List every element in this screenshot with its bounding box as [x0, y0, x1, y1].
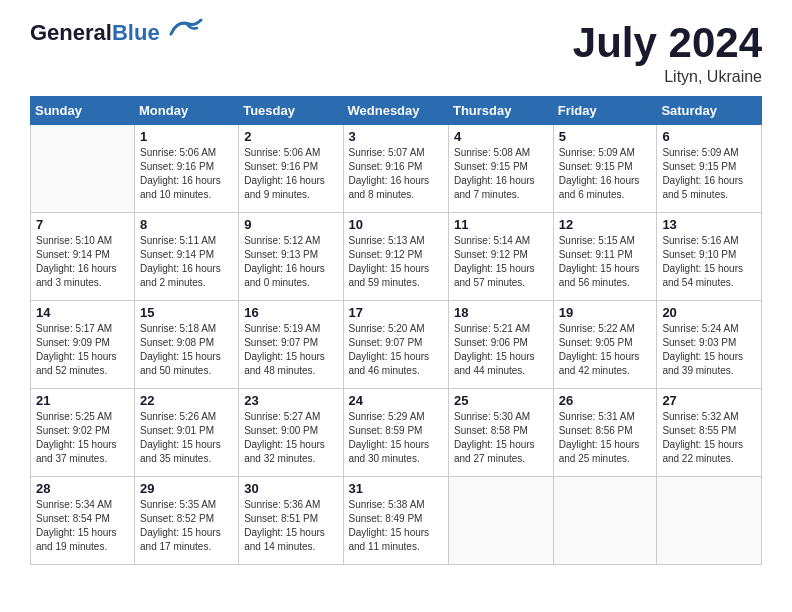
table-row	[31, 125, 135, 213]
day-number: 13	[662, 217, 756, 232]
table-row: 24Sunrise: 5:29 AMSunset: 8:59 PMDayligh…	[343, 389, 448, 477]
day-info: Sunrise: 5:08 AMSunset: 9:15 PMDaylight:…	[454, 146, 548, 202]
table-row: 17Sunrise: 5:20 AMSunset: 9:07 PMDayligh…	[343, 301, 448, 389]
day-info: Sunrise: 5:36 AMSunset: 8:51 PMDaylight:…	[244, 498, 337, 554]
day-info: Sunrise: 5:27 AMSunset: 9:00 PMDaylight:…	[244, 410, 337, 466]
table-row: 10Sunrise: 5:13 AMSunset: 9:12 PMDayligh…	[343, 213, 448, 301]
day-number: 22	[140, 393, 233, 408]
day-number: 20	[662, 305, 756, 320]
table-row: 4Sunrise: 5:08 AMSunset: 9:15 PMDaylight…	[448, 125, 553, 213]
table-row: 12Sunrise: 5:15 AMSunset: 9:11 PMDayligh…	[553, 213, 657, 301]
col-monday: Monday	[135, 97, 239, 125]
day-info: Sunrise: 5:32 AMSunset: 8:55 PMDaylight:…	[662, 410, 756, 466]
day-number: 14	[36, 305, 129, 320]
day-info: Sunrise: 5:07 AMSunset: 9:16 PMDaylight:…	[349, 146, 443, 202]
day-info: Sunrise: 5:09 AMSunset: 9:15 PMDaylight:…	[662, 146, 756, 202]
table-row: 25Sunrise: 5:30 AMSunset: 8:58 PMDayligh…	[448, 389, 553, 477]
day-info: Sunrise: 5:29 AMSunset: 8:59 PMDaylight:…	[349, 410, 443, 466]
calendar-week-row: 1Sunrise: 5:06 AMSunset: 9:16 PMDaylight…	[31, 125, 762, 213]
col-wednesday: Wednesday	[343, 97, 448, 125]
day-number: 26	[559, 393, 652, 408]
logo-text: GeneralBlue	[30, 22, 160, 44]
day-info: Sunrise: 5:31 AMSunset: 8:56 PMDaylight:…	[559, 410, 652, 466]
day-number: 1	[140, 129, 233, 144]
day-info: Sunrise: 5:24 AMSunset: 9:03 PMDaylight:…	[662, 322, 756, 378]
day-info: Sunrise: 5:17 AMSunset: 9:09 PMDaylight:…	[36, 322, 129, 378]
table-row: 20Sunrise: 5:24 AMSunset: 9:03 PMDayligh…	[657, 301, 762, 389]
day-info: Sunrise: 5:11 AMSunset: 9:14 PMDaylight:…	[140, 234, 233, 290]
day-info: Sunrise: 5:06 AMSunset: 9:16 PMDaylight:…	[244, 146, 337, 202]
day-number: 15	[140, 305, 233, 320]
day-info: Sunrise: 5:20 AMSunset: 9:07 PMDaylight:…	[349, 322, 443, 378]
day-number: 7	[36, 217, 129, 232]
location: Lityn, Ukraine	[573, 68, 762, 86]
table-row: 18Sunrise: 5:21 AMSunset: 9:06 PMDayligh…	[448, 301, 553, 389]
day-number: 23	[244, 393, 337, 408]
page: GeneralBlue July 2024 Lityn, Ukraine Sun…	[0, 0, 792, 575]
table-row: 6Sunrise: 5:09 AMSunset: 9:15 PMDaylight…	[657, 125, 762, 213]
col-saturday: Saturday	[657, 97, 762, 125]
day-info: Sunrise: 5:13 AMSunset: 9:12 PMDaylight:…	[349, 234, 443, 290]
calendar-week-row: 7Sunrise: 5:10 AMSunset: 9:14 PMDaylight…	[31, 213, 762, 301]
table-row: 14Sunrise: 5:17 AMSunset: 9:09 PMDayligh…	[31, 301, 135, 389]
day-number: 10	[349, 217, 443, 232]
day-number: 4	[454, 129, 548, 144]
day-number: 3	[349, 129, 443, 144]
calendar: Sunday Monday Tuesday Wednesday Thursday…	[30, 96, 762, 565]
table-row: 23Sunrise: 5:27 AMSunset: 9:00 PMDayligh…	[239, 389, 343, 477]
day-info: Sunrise: 5:09 AMSunset: 9:15 PMDaylight:…	[559, 146, 652, 202]
table-row: 3Sunrise: 5:07 AMSunset: 9:16 PMDaylight…	[343, 125, 448, 213]
table-row: 15Sunrise: 5:18 AMSunset: 9:08 PMDayligh…	[135, 301, 239, 389]
day-info: Sunrise: 5:34 AMSunset: 8:54 PMDaylight:…	[36, 498, 129, 554]
col-thursday: Thursday	[448, 97, 553, 125]
table-row: 1Sunrise: 5:06 AMSunset: 9:16 PMDaylight…	[135, 125, 239, 213]
table-row: 2Sunrise: 5:06 AMSunset: 9:16 PMDaylight…	[239, 125, 343, 213]
table-row: 22Sunrise: 5:26 AMSunset: 9:01 PMDayligh…	[135, 389, 239, 477]
header: GeneralBlue July 2024 Lityn, Ukraine	[30, 20, 762, 86]
day-number: 6	[662, 129, 756, 144]
title-section: July 2024 Lityn, Ukraine	[573, 20, 762, 86]
day-info: Sunrise: 5:30 AMSunset: 8:58 PMDaylight:…	[454, 410, 548, 466]
table-row: 19Sunrise: 5:22 AMSunset: 9:05 PMDayligh…	[553, 301, 657, 389]
day-number: 16	[244, 305, 337, 320]
day-info: Sunrise: 5:38 AMSunset: 8:49 PMDaylight:…	[349, 498, 443, 554]
day-number: 31	[349, 481, 443, 496]
day-number: 5	[559, 129, 652, 144]
day-info: Sunrise: 5:14 AMSunset: 9:12 PMDaylight:…	[454, 234, 548, 290]
day-info: Sunrise: 5:18 AMSunset: 9:08 PMDaylight:…	[140, 322, 233, 378]
day-info: Sunrise: 5:35 AMSunset: 8:52 PMDaylight:…	[140, 498, 233, 554]
table-row: 27Sunrise: 5:32 AMSunset: 8:55 PMDayligh…	[657, 389, 762, 477]
calendar-week-row: 28Sunrise: 5:34 AMSunset: 8:54 PMDayligh…	[31, 477, 762, 565]
day-number: 21	[36, 393, 129, 408]
day-number: 8	[140, 217, 233, 232]
table-row: 16Sunrise: 5:19 AMSunset: 9:07 PMDayligh…	[239, 301, 343, 389]
table-row: 8Sunrise: 5:11 AMSunset: 9:14 PMDaylight…	[135, 213, 239, 301]
day-number: 19	[559, 305, 652, 320]
logo-bird-icon	[167, 16, 203, 46]
calendar-header-row: Sunday Monday Tuesday Wednesday Thursday…	[31, 97, 762, 125]
day-info: Sunrise: 5:16 AMSunset: 9:10 PMDaylight:…	[662, 234, 756, 290]
month-title: July 2024	[573, 20, 762, 66]
day-number: 30	[244, 481, 337, 496]
col-sunday: Sunday	[31, 97, 135, 125]
day-info: Sunrise: 5:10 AMSunset: 9:14 PMDaylight:…	[36, 234, 129, 290]
table-row: 26Sunrise: 5:31 AMSunset: 8:56 PMDayligh…	[553, 389, 657, 477]
day-number: 11	[454, 217, 548, 232]
day-info: Sunrise: 5:06 AMSunset: 9:16 PMDaylight:…	[140, 146, 233, 202]
col-tuesday: Tuesday	[239, 97, 343, 125]
day-number: 18	[454, 305, 548, 320]
table-row: 30Sunrise: 5:36 AMSunset: 8:51 PMDayligh…	[239, 477, 343, 565]
day-info: Sunrise: 5:21 AMSunset: 9:06 PMDaylight:…	[454, 322, 548, 378]
logo: GeneralBlue	[30, 20, 203, 46]
day-number: 24	[349, 393, 443, 408]
day-number: 25	[454, 393, 548, 408]
day-number: 28	[36, 481, 129, 496]
table-row: 13Sunrise: 5:16 AMSunset: 9:10 PMDayligh…	[657, 213, 762, 301]
day-number: 2	[244, 129, 337, 144]
calendar-week-row: 14Sunrise: 5:17 AMSunset: 9:09 PMDayligh…	[31, 301, 762, 389]
day-info: Sunrise: 5:19 AMSunset: 9:07 PMDaylight:…	[244, 322, 337, 378]
day-info: Sunrise: 5:26 AMSunset: 9:01 PMDaylight:…	[140, 410, 233, 466]
calendar-week-row: 21Sunrise: 5:25 AMSunset: 9:02 PMDayligh…	[31, 389, 762, 477]
day-number: 9	[244, 217, 337, 232]
table-row: 7Sunrise: 5:10 AMSunset: 9:14 PMDaylight…	[31, 213, 135, 301]
